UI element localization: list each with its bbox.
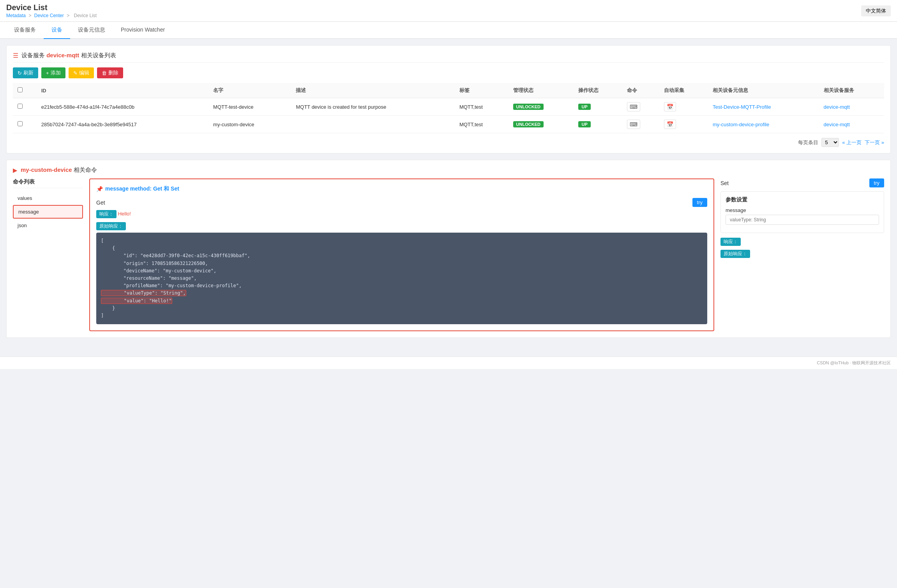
tab-device[interactable]: 设备 [44, 22, 70, 39]
set-label: Set [720, 180, 729, 186]
command-icon-btn[interactable]: ⌨ [627, 102, 640, 111]
command-layout: 命令列表 values message json 📌 message metho… [13, 178, 884, 331]
command-detail-panel: 📌 message method: Get 和 Set Get try 响应： … [89, 178, 714, 331]
command-list-panel: 命令列表 values message json [13, 178, 83, 331]
command-item-message[interactable]: message [13, 205, 83, 219]
params-title: 参数设置 [726, 196, 879, 203]
delete-button[interactable]: 🗑 删除 [97, 67, 123, 78]
footer: CSDN @IoTHub · 物联网开源技术社区 [0, 357, 897, 369]
footer-text: CSDN @IoTHub · 物联网开源技术社区 [817, 360, 891, 365]
get-try-button[interactable]: try [692, 198, 707, 207]
service-name: device-mqtt [46, 52, 79, 58]
param-message-label: message [726, 207, 879, 213]
table-row: 285b7024-7247-4a4a-be2b-3e89f5e94517 my-… [13, 116, 884, 133]
get-method-panel: Get try 响应： Hello! 原始响应： [ { "id": "ee42… [96, 198, 707, 324]
set-method-panel: Set try 参数设置 message 响应： 原始响应： [720, 178, 884, 331]
set-raw-label: 原始响应： [720, 250, 750, 258]
select-all-checkbox[interactable] [18, 87, 23, 92]
list-icon: ☰ [13, 52, 18, 59]
service-link[interactable]: device-mqtt [824, 122, 850, 127]
lang-button[interactable]: 中文简体 [861, 5, 891, 16]
params-section: 参数设置 message [720, 191, 884, 233]
device-list-card: ☰ 设备服务 device-mqtt 相关设备列表 ↻ 刷新 + 添加 ✎ 编辑… [6, 45, 891, 154]
prev-page-button[interactable]: « 上一页 [842, 139, 862, 146]
tabs-bar: 设备服务 设备 设备元信息 Provision Watcher [0, 22, 897, 39]
page-title: Device List [6, 3, 98, 12]
command-item-values[interactable]: values [13, 192, 83, 204]
refresh-icon: ↻ [18, 70, 22, 76]
operation-status-badge: UP [578, 121, 590, 127]
pin-icon: 📌 [96, 186, 103, 192]
table-row: e21fecb5-588e-474d-a1f4-74c7a4e88c0b MQT… [13, 98, 884, 116]
command-icon: ▶ [13, 167, 18, 174]
tab-device-meta[interactable]: 设备元信息 [70, 22, 113, 39]
command-header: ▶ my-custom-device 相关命令 [13, 166, 884, 174]
per-page-select[interactable]: 5 10 20 [821, 138, 839, 147]
param-message-input[interactable] [726, 215, 879, 225]
operation-status-badge: UP [578, 104, 590, 110]
tab-provision-watcher[interactable]: Provision Watcher [113, 22, 173, 39]
param-message: message [726, 207, 879, 225]
set-try-button[interactable]: try [869, 178, 884, 187]
service-link[interactable]: device-mqtt [824, 104, 850, 110]
profile-link[interactable]: my-custom-device-profile [713, 122, 769, 127]
delete-icon: 🗑 [102, 70, 107, 76]
response-label: 响应： [96, 210, 117, 218]
management-status-badge: UNLOCKED [513, 121, 544, 127]
edit-button[interactable]: ✎ 编辑 [69, 67, 94, 78]
command-item-json[interactable]: json [13, 219, 83, 231]
row-checkbox[interactable] [18, 121, 23, 126]
management-status-badge: UNLOCKED [513, 104, 544, 110]
device-toolbar: ↻ 刷新 + 添加 ✎ 编辑 🗑 删除 [13, 67, 884, 78]
pagination: 每页条目 5 10 20 « 上一页 下一页 » [13, 138, 884, 147]
response-value: Hello! [118, 211, 131, 217]
command-detail-title: 📌 message method: Get 和 Set [96, 185, 707, 192]
tab-device-service[interactable]: 设备服务 [6, 22, 44, 39]
command-list-title: 命令列表 [13, 178, 83, 188]
device-list-header: ☰ 设备服务 device-mqtt 相关设备列表 [13, 52, 884, 63]
raw-label: 原始响应： [96, 222, 126, 230]
auto-collect-btn[interactable]: 📅 [664, 102, 676, 111]
profile-link[interactable]: Test-Device-MQTT-Profile [713, 104, 771, 110]
add-icon: + [46, 70, 49, 76]
command-card: ▶ my-custom-device 相关命令 命令列表 values mess… [6, 160, 891, 338]
next-page-button[interactable]: 下一页 » [865, 139, 884, 146]
json-block: [ { "id": "ee428dd7-39f0-42ec-a15c-430ff… [96, 233, 707, 324]
set-response-label: 响应： [720, 238, 741, 246]
auto-collect-btn[interactable]: 📅 [664, 120, 676, 129]
command-icon-btn[interactable]: ⌨ [627, 120, 640, 129]
row-checkbox[interactable] [18, 104, 23, 109]
refresh-button[interactable]: ↻ 刷新 [13, 67, 38, 78]
add-button[interactable]: + 添加 [41, 67, 65, 78]
device-table: ID 名字 描述 标签 管理状态 操作状态 命令 自动采集 相关设备元信息 相关… [13, 83, 884, 133]
get-label: Get [96, 200, 105, 206]
edit-icon: ✎ [73, 70, 78, 76]
breadcrumb: Metadata > Device Center > Device List [6, 13, 98, 18]
